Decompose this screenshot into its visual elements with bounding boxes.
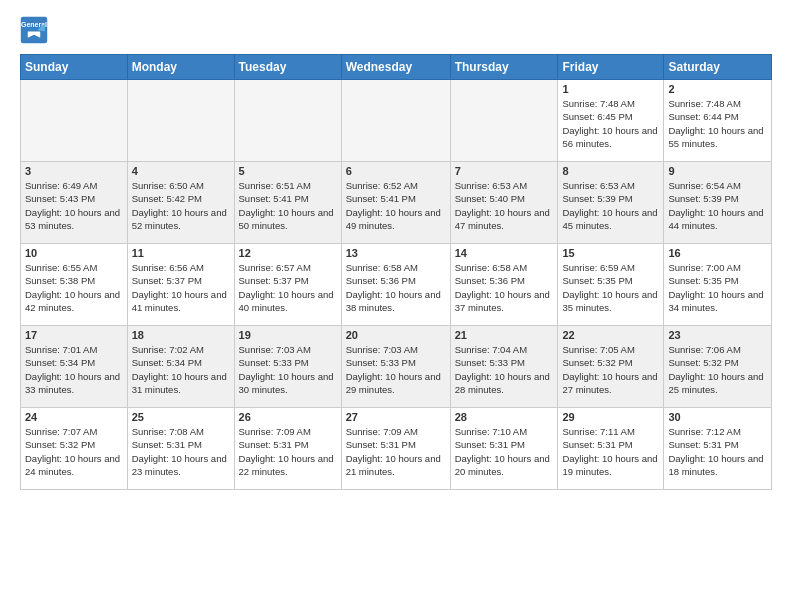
- calendar-cell: 9Sunrise: 6:54 AMSunset: 5:39 PMDaylight…: [664, 162, 772, 244]
- day-info: Sunrise: 7:48 AMSunset: 6:45 PMDaylight:…: [562, 97, 659, 150]
- weekday-header-friday: Friday: [558, 55, 664, 80]
- calendar-cell: 21Sunrise: 7:04 AMSunset: 5:33 PMDayligh…: [450, 326, 558, 408]
- calendar-cell: 28Sunrise: 7:10 AMSunset: 5:31 PMDayligh…: [450, 408, 558, 490]
- calendar-cell: 1Sunrise: 7:48 AMSunset: 6:45 PMDaylight…: [558, 80, 664, 162]
- calendar-cell: 22Sunrise: 7:05 AMSunset: 5:32 PMDayligh…: [558, 326, 664, 408]
- day-number: 20: [346, 329, 446, 341]
- calendar-cell: 30Sunrise: 7:12 AMSunset: 5:31 PMDayligh…: [664, 408, 772, 490]
- day-info: Sunrise: 7:00 AMSunset: 5:35 PMDaylight:…: [668, 261, 767, 314]
- week-row-4: 17Sunrise: 7:01 AMSunset: 5:34 PMDayligh…: [21, 326, 772, 408]
- day-info: Sunrise: 6:53 AMSunset: 5:39 PMDaylight:…: [562, 179, 659, 232]
- day-info: Sunrise: 7:03 AMSunset: 5:33 PMDaylight:…: [239, 343, 337, 396]
- day-info: Sunrise: 6:53 AMSunset: 5:40 PMDaylight:…: [455, 179, 554, 232]
- calendar-cell: [450, 80, 558, 162]
- day-info: Sunrise: 7:03 AMSunset: 5:33 PMDaylight:…: [346, 343, 446, 396]
- day-number: 18: [132, 329, 230, 341]
- header: General: [20, 16, 772, 44]
- day-number: 14: [455, 247, 554, 259]
- day-info: Sunrise: 7:12 AMSunset: 5:31 PMDaylight:…: [668, 425, 767, 478]
- week-row-1: 1Sunrise: 7:48 AMSunset: 6:45 PMDaylight…: [21, 80, 772, 162]
- calendar-cell: 18Sunrise: 7:02 AMSunset: 5:34 PMDayligh…: [127, 326, 234, 408]
- day-info: Sunrise: 7:08 AMSunset: 5:31 PMDaylight:…: [132, 425, 230, 478]
- day-info: Sunrise: 6:58 AMSunset: 5:36 PMDaylight:…: [346, 261, 446, 314]
- day-number: 16: [668, 247, 767, 259]
- day-info: Sunrise: 7:09 AMSunset: 5:31 PMDaylight:…: [239, 425, 337, 478]
- day-number: 25: [132, 411, 230, 423]
- day-info: Sunrise: 6:56 AMSunset: 5:37 PMDaylight:…: [132, 261, 230, 314]
- day-info: Sunrise: 6:52 AMSunset: 5:41 PMDaylight:…: [346, 179, 446, 232]
- calendar-cell: 17Sunrise: 7:01 AMSunset: 5:34 PMDayligh…: [21, 326, 128, 408]
- day-number: 3: [25, 165, 123, 177]
- week-row-3: 10Sunrise: 6:55 AMSunset: 5:38 PMDayligh…: [21, 244, 772, 326]
- day-number: 15: [562, 247, 659, 259]
- calendar-cell: 8Sunrise: 6:53 AMSunset: 5:39 PMDaylight…: [558, 162, 664, 244]
- week-row-5: 24Sunrise: 7:07 AMSunset: 5:32 PMDayligh…: [21, 408, 772, 490]
- day-number: 30: [668, 411, 767, 423]
- calendar-cell: 11Sunrise: 6:56 AMSunset: 5:37 PMDayligh…: [127, 244, 234, 326]
- calendar-cell: 19Sunrise: 7:03 AMSunset: 5:33 PMDayligh…: [234, 326, 341, 408]
- day-number: 11: [132, 247, 230, 259]
- logo: General: [20, 16, 52, 44]
- weekday-header-wednesday: Wednesday: [341, 55, 450, 80]
- day-number: 12: [239, 247, 337, 259]
- day-info: Sunrise: 7:09 AMSunset: 5:31 PMDaylight:…: [346, 425, 446, 478]
- day-number: 1: [562, 83, 659, 95]
- page: General SundayMondayTuesdayWednesdayThur…: [0, 0, 792, 500]
- weekday-header-sunday: Sunday: [21, 55, 128, 80]
- calendar-cell: [127, 80, 234, 162]
- calendar-cell: 14Sunrise: 6:58 AMSunset: 5:36 PMDayligh…: [450, 244, 558, 326]
- day-number: 5: [239, 165, 337, 177]
- day-info: Sunrise: 7:11 AMSunset: 5:31 PMDaylight:…: [562, 425, 659, 478]
- calendar-cell: 24Sunrise: 7:07 AMSunset: 5:32 PMDayligh…: [21, 408, 128, 490]
- day-number: 2: [668, 83, 767, 95]
- day-info: Sunrise: 6:59 AMSunset: 5:35 PMDaylight:…: [562, 261, 659, 314]
- day-info: Sunrise: 6:54 AMSunset: 5:39 PMDaylight:…: [668, 179, 767, 232]
- day-number: 4: [132, 165, 230, 177]
- weekday-header-tuesday: Tuesday: [234, 55, 341, 80]
- day-number: 7: [455, 165, 554, 177]
- day-number: 10: [25, 247, 123, 259]
- day-info: Sunrise: 6:55 AMSunset: 5:38 PMDaylight:…: [25, 261, 123, 314]
- day-number: 9: [668, 165, 767, 177]
- day-number: 8: [562, 165, 659, 177]
- calendar-cell: 15Sunrise: 6:59 AMSunset: 5:35 PMDayligh…: [558, 244, 664, 326]
- day-info: Sunrise: 7:02 AMSunset: 5:34 PMDaylight:…: [132, 343, 230, 396]
- day-info: Sunrise: 7:10 AMSunset: 5:31 PMDaylight:…: [455, 425, 554, 478]
- calendar-cell: 23Sunrise: 7:06 AMSunset: 5:32 PMDayligh…: [664, 326, 772, 408]
- calendar-cell: 25Sunrise: 7:08 AMSunset: 5:31 PMDayligh…: [127, 408, 234, 490]
- day-number: 22: [562, 329, 659, 341]
- day-number: 6: [346, 165, 446, 177]
- calendar-cell: 16Sunrise: 7:00 AMSunset: 5:35 PMDayligh…: [664, 244, 772, 326]
- logo-icon: General: [20, 16, 48, 44]
- calendar-cell: 13Sunrise: 6:58 AMSunset: 5:36 PMDayligh…: [341, 244, 450, 326]
- calendar-cell: 2Sunrise: 7:48 AMSunset: 6:44 PMDaylight…: [664, 80, 772, 162]
- day-info: Sunrise: 6:58 AMSunset: 5:36 PMDaylight:…: [455, 261, 554, 314]
- day-number: 21: [455, 329, 554, 341]
- calendar-cell: [341, 80, 450, 162]
- day-number: 23: [668, 329, 767, 341]
- day-info: Sunrise: 7:07 AMSunset: 5:32 PMDaylight:…: [25, 425, 123, 478]
- day-info: Sunrise: 7:04 AMSunset: 5:33 PMDaylight:…: [455, 343, 554, 396]
- calendar-cell: 29Sunrise: 7:11 AMSunset: 5:31 PMDayligh…: [558, 408, 664, 490]
- weekday-header-thursday: Thursday: [450, 55, 558, 80]
- weekday-header-saturday: Saturday: [664, 55, 772, 80]
- day-info: Sunrise: 6:57 AMSunset: 5:37 PMDaylight:…: [239, 261, 337, 314]
- calendar-cell: 20Sunrise: 7:03 AMSunset: 5:33 PMDayligh…: [341, 326, 450, 408]
- day-number: 26: [239, 411, 337, 423]
- day-number: 19: [239, 329, 337, 341]
- week-row-2: 3Sunrise: 6:49 AMSunset: 5:43 PMDaylight…: [21, 162, 772, 244]
- day-info: Sunrise: 7:05 AMSunset: 5:32 PMDaylight:…: [562, 343, 659, 396]
- calendar-cell: 7Sunrise: 6:53 AMSunset: 5:40 PMDaylight…: [450, 162, 558, 244]
- day-info: Sunrise: 6:50 AMSunset: 5:42 PMDaylight:…: [132, 179, 230, 232]
- weekday-header-monday: Monday: [127, 55, 234, 80]
- calendar-cell: 4Sunrise: 6:50 AMSunset: 5:42 PMDaylight…: [127, 162, 234, 244]
- day-info: Sunrise: 7:01 AMSunset: 5:34 PMDaylight:…: [25, 343, 123, 396]
- calendar-table: SundayMondayTuesdayWednesdayThursdayFrid…: [20, 54, 772, 490]
- day-number: 29: [562, 411, 659, 423]
- calendar-cell: 12Sunrise: 6:57 AMSunset: 5:37 PMDayligh…: [234, 244, 341, 326]
- calendar-cell: 6Sunrise: 6:52 AMSunset: 5:41 PMDaylight…: [341, 162, 450, 244]
- day-info: Sunrise: 7:48 AMSunset: 6:44 PMDaylight:…: [668, 97, 767, 150]
- calendar-cell: [234, 80, 341, 162]
- day-number: 28: [455, 411, 554, 423]
- calendar-cell: 26Sunrise: 7:09 AMSunset: 5:31 PMDayligh…: [234, 408, 341, 490]
